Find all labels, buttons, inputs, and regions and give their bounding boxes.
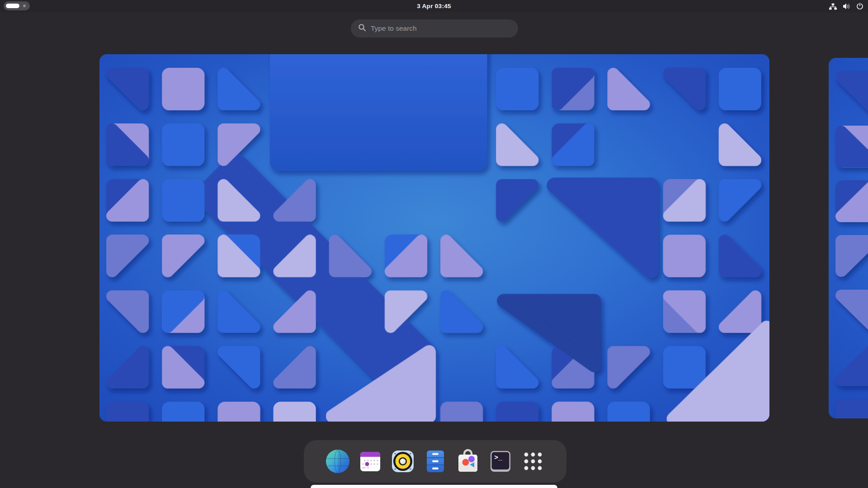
dock-app-files[interactable] (422, 448, 448, 474)
wired-network-icon (829, 3, 837, 10)
app-grid-button[interactable] (520, 448, 546, 474)
terminal-prompt: >_ (494, 454, 503, 462)
app-grid-icon (520, 448, 546, 474)
search-bar[interactable]: Type to search (351, 19, 518, 38)
web-browser-icon (325, 448, 351, 474)
search-placeholder: Type to search (371, 24, 417, 33)
search-icon (358, 23, 366, 33)
calendar-icon (357, 448, 383, 474)
file-cabinet-icon (422, 448, 448, 474)
dock-app-web-browser[interactable] (325, 448, 351, 474)
workspace-preview-next[interactable] (829, 58, 868, 418)
terminal-icon: >_ (487, 448, 514, 474)
top-bar: 3 Apr 03:45 (0, 0, 868, 12)
dash: >_ (304, 440, 566, 483)
power-icon (856, 3, 863, 10)
workspace-preview-current[interactable] (99, 54, 769, 422)
wallpaper-image (99, 54, 769, 422)
dock-app-calendar[interactable] (357, 448, 383, 474)
wallpaper-image (829, 58, 868, 418)
volume-icon (843, 3, 850, 10)
dock-app-terminal[interactable]: >_ (487, 448, 514, 474)
system-status-area[interactable] (829, 0, 863, 12)
dock-app-software[interactable] (455, 448, 481, 474)
dock-app-audio-player[interactable] (390, 448, 416, 474)
clock[interactable]: 3 Apr 03:45 (0, 0, 868, 12)
speaker-icon (390, 448, 416, 474)
gnome-activities-overview: 3 Apr 03:45 (0, 0, 868, 488)
software-bag-icon (455, 448, 481, 474)
window-peek-strip[interactable] (311, 485, 557, 488)
